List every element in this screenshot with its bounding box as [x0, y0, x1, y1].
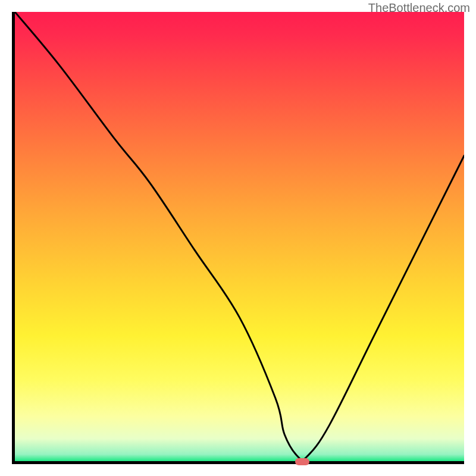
watermark-text: TheBottleneck.com [368, 1, 470, 15]
plot-area [12, 12, 464, 464]
optimal-marker [295, 458, 309, 465]
bottleneck-curve [15, 12, 464, 461]
bottleneck-chart: TheBottleneck.com [0, 0, 476, 476]
curve-layer [15, 12, 464, 461]
